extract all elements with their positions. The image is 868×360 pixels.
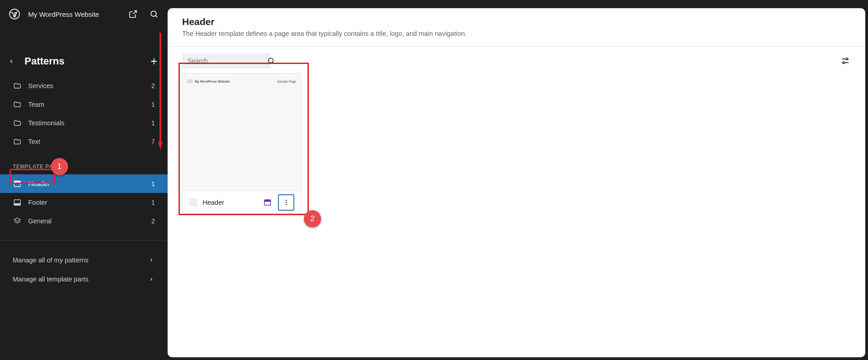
svg-rect-5 [14, 203, 20, 205]
template-part-label: General [28, 217, 151, 225]
search-input[interactable] [188, 57, 267, 64]
category-count: 7 [151, 138, 155, 145]
header-type-icon [263, 197, 273, 207]
chevron-right-icon [148, 276, 155, 282]
preview-nav-link: Sample Page [277, 80, 296, 83]
main-panel: Header The Header template defines a pag… [168, 8, 865, 357]
main-toolbar [168, 47, 865, 73]
svg-point-8 [843, 62, 845, 64]
sidebar: My WordPress Website Patterns [0, 0, 168, 360]
preview-mini-header: My WordPress Website Sample Page [187, 78, 296, 84]
main-area: Header The Header template defines a pag… [168, 0, 868, 360]
category-count: 1 [151, 119, 155, 127]
pattern-categories-list: Services 2 Team 1 Testimonials 1 Text 7 [0, 76, 168, 151]
main-header: Header The Header template defines a pag… [168, 8, 865, 47]
manage-label: Manage all template parts [13, 276, 148, 283]
manage-all-template-parts[interactable]: Manage all template parts [0, 270, 168, 289]
pattern-preview: My WordPress Website Sample Page [183, 74, 301, 191]
footer-layout-icon [13, 198, 22, 207]
site-title[interactable]: My WordPress Website [28, 10, 128, 18]
page-title: Header [182, 16, 851, 27]
manage-label: Manage all of my patterns [13, 256, 148, 264]
sidebar-top-bar: My WordPress Website [0, 0, 168, 28]
template-part-footer[interactable]: Footer 1 [0, 193, 168, 212]
section-header: Patterns [0, 55, 168, 67]
folder-icon [13, 81, 22, 90]
template-part-header[interactable]: Header 1 [0, 174, 168, 193]
template-part-label: Header [28, 180, 151, 187]
pattern-card-header[interactable]: My WordPress Website Sample Page Header [182, 73, 301, 214]
svg-point-6 [268, 58, 273, 63]
app-root: My WordPress Website Patterns [0, 0, 868, 360]
category-services[interactable]: Services 2 [0, 76, 168, 95]
svg-rect-3 [14, 181, 20, 183]
header-layout-icon [13, 179, 22, 188]
search-box[interactable] [182, 53, 271, 69]
wordpress-logo-icon[interactable] [8, 8, 21, 20]
filter-settings-icon[interactable] [840, 55, 851, 66]
pattern-more-actions-button[interactable] [278, 194, 294, 211]
folder-icon [13, 100, 22, 109]
category-testimonials[interactable]: Testimonials 1 [0, 113, 168, 132]
template-part-count: 2 [151, 217, 155, 225]
svg-point-11 [286, 200, 287, 201]
search-icon [267, 56, 275, 65]
category-team[interactable]: Team 1 [0, 95, 168, 113]
back-button[interactable] [8, 58, 21, 64]
pattern-checkbox[interactable] [189, 198, 197, 207]
manage-all-patterns[interactable]: Manage all of my patterns [0, 251, 168, 270]
template-parts-label: TEMPLATE PARTS [0, 151, 168, 174]
svg-point-7 [846, 58, 848, 60]
svg-point-1 [151, 11, 156, 16]
template-part-count: 1 [151, 199, 155, 206]
top-icons [128, 9, 159, 20]
folder-icon [13, 137, 22, 146]
category-count: 1 [151, 101, 155, 108]
patterns-grid: My WordPress Website Sample Page Header [168, 73, 865, 214]
folder-icon [13, 118, 22, 128]
category-label: Services [28, 82, 151, 89]
page-description: The Header template defines a page area … [182, 30, 851, 37]
pattern-card-footer: Header [183, 191, 301, 213]
add-pattern-button[interactable] [149, 56, 159, 67]
svg-rect-10 [264, 200, 271, 202]
template-part-general[interactable]: General 2 [0, 212, 168, 230]
sidebar-divider [0, 240, 168, 241]
chevron-right-icon [148, 257, 155, 263]
template-part-label: Footer [28, 199, 151, 206]
category-text[interactable]: Text 7 [0, 132, 168, 151]
category-label: Team [28, 101, 151, 108]
template-parts-list: Header 1 Footer 1 General 2 [0, 174, 168, 230]
section-title: Patterns [25, 55, 149, 67]
template-part-count: 1 [151, 180, 155, 187]
svg-point-13 [286, 204, 287, 205]
category-count: 2 [151, 82, 155, 89]
view-site-icon[interactable] [128, 9, 139, 20]
category-label: Text [28, 138, 151, 145]
layers-icon [13, 217, 22, 226]
preview-site-title: My WordPress Website [195, 80, 275, 83]
search-icon[interactable] [149, 9, 159, 20]
category-label: Testimonials [28, 119, 151, 127]
svg-point-12 [286, 202, 287, 202]
pattern-card-title: Header [203, 199, 257, 206]
preview-logo-placeholder [187, 79, 193, 83]
svg-point-0 [10, 9, 20, 19]
